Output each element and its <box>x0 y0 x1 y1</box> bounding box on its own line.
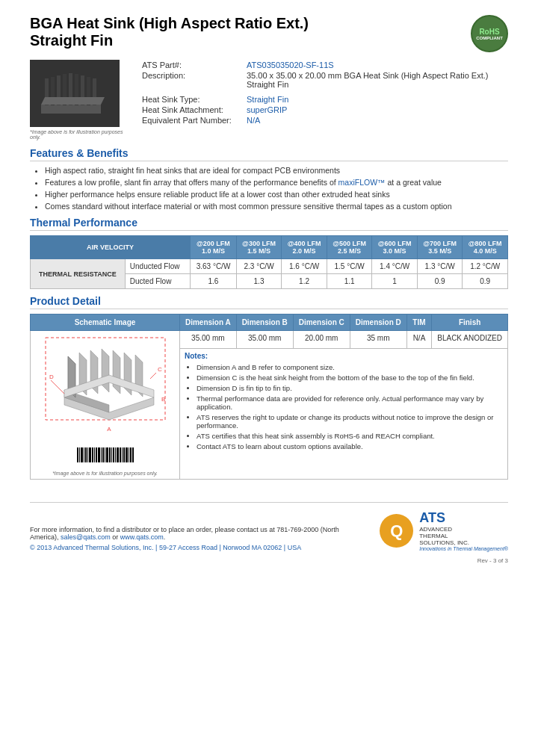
note-6: ATS certifies that this heat sink assemb… <box>197 432 503 440</box>
svg-rect-35 <box>87 447 88 462</box>
dim-d-value: 35 mm <box>350 331 406 349</box>
svg-rect-50 <box>120 447 121 462</box>
ats-name: ADVANCEDTHERMALSOLUTIONS, INC. <box>419 526 508 546</box>
svg-rect-54 <box>129 447 129 462</box>
col-700lfm: @700 LFM 3.5 M/S <box>417 236 463 259</box>
thermal-table: AIR VELOCITY @200 LFM 1.0 M/S @300 LFM 1… <box>30 235 508 289</box>
ats-brand: ATS <box>419 510 508 526</box>
product-title: BGA Heat Sink (High Aspect Ratio Ext.) S… <box>30 15 309 49</box>
equiv-value: N/A <box>247 115 508 126</box>
unducted-val-6: 1.2 °C/W <box>463 259 508 274</box>
product-image <box>30 60 120 127</box>
svg-rect-43 <box>105 447 105 462</box>
svg-rect-51 <box>122 447 123 462</box>
spec-row-part: ATS Part#: ATS035035020-SF-11S <box>142 60 508 70</box>
unducted-val-3: 1.5 °C/W <box>327 259 372 274</box>
maxiflow-link[interactable]: maxiFLOW™ <box>338 178 386 187</box>
features-title: Features & Benefits <box>30 147 508 161</box>
svg-rect-46 <box>111 447 112 462</box>
svg-rect-33 <box>84 447 84 462</box>
footer-right: Q ATS ADVANCEDTHERMALSOLUTIONS, INC. Inn… <box>380 510 508 551</box>
tim-value: N/A <box>406 331 431 349</box>
note-2: Dimension C is the heat sink height from… <box>197 374 503 382</box>
svg-rect-53 <box>126 447 128 462</box>
svg-rect-42 <box>102 447 104 462</box>
feature-item-2: Features a low profile, slant fin array … <box>45 178 508 187</box>
product-detail-title: Product Detail <box>30 295 508 309</box>
notes-cell: Notes: Dimension A and B refer to compon… <box>180 349 508 480</box>
col-schematic: Schematic Image <box>31 315 180 331</box>
ducted-label: Ducted Flow <box>125 274 190 289</box>
svg-rect-32 <box>81 447 83 462</box>
notes-title: Notes: <box>185 352 503 360</box>
unducted-val-5: 1.3 °C/W <box>417 259 463 274</box>
footer-section: For more information, to find a distribu… <box>30 502 508 551</box>
rohs-sub: COMPLIANT <box>476 36 503 40</box>
product-detail-table: Schematic Image Dimension A Dimension B … <box>30 314 508 480</box>
col-dim-c: Dimension C <box>293 315 350 331</box>
unducted-val-1: 2.3 °C/W <box>236 259 282 274</box>
image-caption: *Image above is for illustration purpose… <box>30 129 127 140</box>
page-header: BGA Heat Sink (High Aspect Ratio Ext.) S… <box>30 15 508 52</box>
svg-rect-47 <box>113 447 114 462</box>
schematic-svg: D C A B <box>42 334 169 439</box>
feature-item-1: High aspect ratio, straight fin heat sin… <box>45 166 508 175</box>
ats-logo-text: ATS ADVANCEDTHERMALSOLUTIONS, INC. Innov… <box>419 510 508 551</box>
notes-section: Notes: Dimension A and B refer to compon… <box>185 352 503 450</box>
svg-rect-55 <box>130 447 132 462</box>
svg-line-27 <box>51 380 64 394</box>
ats-logo-q: Q <box>380 514 413 548</box>
desc-label: Description: <box>142 70 247 90</box>
heatsink-illustration <box>34 63 116 123</box>
svg-rect-48 <box>115 447 116 462</box>
col-200lfm: @200 LFM 1.0 M/S <box>191 236 237 259</box>
ducted-val-5: 0.9 <box>417 274 463 289</box>
ducted-val-6: 0.9 <box>463 274 508 289</box>
type-label: Heat Sink Type: <box>142 94 247 105</box>
note-4: Thermal performance data are provided fo… <box>197 394 503 411</box>
schematic-image-cell: D C A B <box>31 331 180 480</box>
note-1: Dimension A and B refer to component siz… <box>197 363 503 371</box>
svg-rect-36 <box>89 447 91 462</box>
svg-text:A: A <box>107 426 111 433</box>
page-number: Rev - 3 of 3 <box>30 557 508 564</box>
detail-header-row: Schematic Image Dimension A Dimension B … <box>31 315 508 331</box>
notes-list: Dimension A and B refer to component siz… <box>185 363 503 450</box>
part-value: ATS035035020-SF-11S <box>247 60 508 70</box>
dim-b-value: 35.00 mm <box>236 331 293 349</box>
spec-row-attachment: Heat Sink Attachment: superGRIP <box>142 105 508 115</box>
attachment-value: superGRIP <box>247 105 508 115</box>
col-finish: Finish <box>432 315 508 331</box>
rohs-text: RoHS <box>479 28 499 36</box>
col-600lfm: @600 LFM 3.0 M/S <box>372 236 418 259</box>
thermal-title: Thermal Performance <box>30 217 508 231</box>
ducted-val-3: 1.1 <box>327 274 372 289</box>
svg-text:D: D <box>49 374 54 380</box>
svg-rect-38 <box>94 447 95 462</box>
col-500lfm: @500 LFM 2.5 M/S <box>327 236 372 259</box>
svg-rect-39 <box>96 447 97 462</box>
equiv-label: Equivalent Part Number: <box>142 115 247 126</box>
col-800lfm: @800 LFM 4.0 M/S <box>463 236 508 259</box>
col-dim-b: Dimension B <box>236 315 293 331</box>
svg-rect-44 <box>106 447 108 462</box>
svg-rect-49 <box>117 447 119 462</box>
svg-rect-45 <box>109 447 111 462</box>
svg-marker-10 <box>41 97 105 105</box>
col-400lfm: @400 LFM 2.0 M/S <box>282 236 327 259</box>
svg-rect-41 <box>101 447 102 462</box>
svg-text:C: C <box>158 366 162 373</box>
svg-rect-31 <box>79 447 80 462</box>
svg-rect-30 <box>77 447 78 462</box>
svg-rect-52 <box>123 447 125 462</box>
spec-row-type: Heat Sink Type: Straight Fin <box>142 94 508 105</box>
unducted-row: THERMAL RESISTANCE Unducted Flow 3.63 °C… <box>31 259 508 274</box>
contact-text: For more information, to find a distribu… <box>30 526 351 541</box>
unducted-label: Unducted Flow <box>125 259 190 274</box>
email-link[interactable]: sales@qats.com <box>61 533 111 541</box>
air-velocity-header: AIR VELOCITY <box>31 236 191 259</box>
website-link[interactable]: www.qats.com <box>120 533 164 541</box>
title-line1: BGA Heat Sink (High Aspect Ratio Ext.) <box>30 15 309 32</box>
svg-rect-37 <box>92 447 93 462</box>
dim-c-value: 20.00 mm <box>293 331 350 349</box>
